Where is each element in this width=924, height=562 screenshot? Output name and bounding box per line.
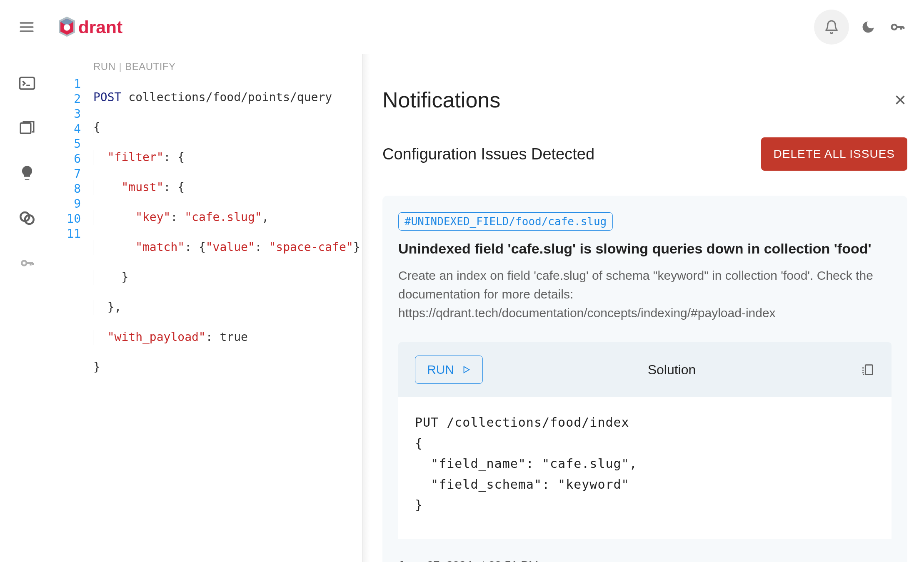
- issue-title: Unindexed field 'cafe.slug' is slowing q…: [398, 241, 892, 257]
- pane-resizer[interactable]: [362, 54, 370, 562]
- circles-icon: [18, 209, 36, 227]
- line-number: 2: [54, 92, 88, 107]
- run-label: RUN: [427, 363, 454, 377]
- svg-rect-23: [865, 365, 872, 375]
- close-icon: [893, 93, 907, 107]
- line-number: 7: [54, 167, 88, 182]
- sidebar: [0, 54, 54, 562]
- key-icon: [887, 20, 907, 35]
- main-content: 1 2 3 4 5 6 7 8 9 10 11 RUN | BEAUTIFY P…: [54, 54, 924, 562]
- sidebar-item-collections[interactable]: [15, 116, 40, 141]
- copy-icon: [861, 363, 875, 377]
- issue-card: #UNINDEXED_FIELD/food/cafe.slug Unindexe…: [382, 196, 907, 562]
- editor-run-action[interactable]: RUN: [93, 61, 116, 72]
- line-number: 3: [54, 107, 88, 122]
- close-notifications-button[interactable]: [893, 93, 907, 107]
- issue-timestamp: June 27, 2024 at 03:51 PM: [398, 559, 892, 562]
- terminal-icon: [18, 75, 36, 92]
- key-icon: [18, 256, 36, 270]
- line-number: 10: [54, 211, 88, 226]
- delete-all-issues-button[interactable]: DELETE ALL ISSUES: [761, 137, 907, 171]
- logo[interactable]: drant: [53, 15, 145, 40]
- line-number: 6: [54, 152, 88, 167]
- theme-toggle-button[interactable]: [861, 20, 876, 35]
- notifications-subtitle: Configuration Issues Detected: [382, 145, 594, 163]
- issue-tag[interactable]: #UNINDEXED_FIELD/food/cafe.slug: [398, 212, 613, 231]
- notifications-subheader: Configuration Issues Detected DELETE ALL…: [382, 137, 907, 171]
- code-content[interactable]: POST collections/food/points/query { "fi…: [88, 75, 362, 420]
- sidebar-item-console[interactable]: [15, 71, 40, 96]
- line-number: 1: [54, 77, 88, 92]
- lightbulb-icon: [18, 164, 36, 182]
- solution-label: Solution: [483, 362, 861, 378]
- line-number: 11: [54, 226, 88, 241]
- layers-icon: [18, 119, 36, 137]
- notifications-button[interactable]: [814, 10, 849, 45]
- topbar: drant: [0, 0, 924, 54]
- menu-icon: [18, 19, 35, 35]
- notifications-title: Notifications: [382, 87, 500, 112]
- code-editor-pane: 1 2 3 4 5 6 7 8 9 10 11 RUN | BEAUTIFY P…: [54, 54, 362, 562]
- issue-description: Create an index on field 'cafe.slug' of …: [398, 266, 892, 322]
- svg-marker-22: [464, 367, 469, 373]
- http-method: POST: [93, 90, 121, 104]
- solution-header: RUN Solution: [398, 342, 892, 397]
- run-solution-button[interactable]: RUN: [415, 356, 483, 384]
- notifications-pane: Notifications Configuration Issues Detec…: [370, 54, 924, 562]
- request-path: collections/food/points/query: [121, 90, 332, 104]
- sidebar-item-tutorial[interactable]: [15, 161, 40, 186]
- line-number: 8: [54, 182, 88, 196]
- topbar-right-actions: [814, 10, 907, 45]
- svg-point-6: [64, 24, 70, 30]
- bell-icon: [824, 20, 839, 35]
- line-number: 5: [54, 137, 88, 152]
- editor-action-row: RUN | BEAUTIFY: [88, 58, 362, 75]
- editor-beautify-action[interactable]: BEAUTIFY: [125, 61, 175, 72]
- code-editor[interactable]: RUN | BEAUTIFY POST collections/food/poi…: [88, 54, 362, 562]
- line-number: 9: [54, 196, 88, 211]
- solution-code[interactable]: PUT /collections/food/index { "field_nam…: [398, 397, 892, 539]
- notifications-header: Notifications: [382, 87, 907, 112]
- line-number: 4: [54, 122, 88, 137]
- sidebar-item-datasets[interactable]: [15, 206, 40, 231]
- svg-rect-11: [20, 77, 34, 89]
- play-icon: [462, 365, 471, 374]
- hamburger-menu-button[interactable]: [17, 17, 37, 37]
- api-key-button[interactable]: [887, 20, 907, 35]
- divider: |: [119, 61, 122, 72]
- main-layout: 1 2 3 4 5 6 7 8 9 10 11 RUN | BEAUTIFY P…: [0, 54, 924, 562]
- line-number-gutter: 1 2 3 4 5 6 7 8 9 10 11: [54, 54, 88, 562]
- svg-point-16: [22, 261, 26, 265]
- svg-point-7: [892, 25, 897, 30]
- svg-rect-13: [20, 123, 31, 134]
- logo-text: drant: [78, 17, 122, 37]
- copy-solution-button[interactable]: [861, 363, 875, 377]
- sidebar-item-keys[interactable]: [15, 251, 40, 276]
- moon-icon: [861, 20, 876, 35]
